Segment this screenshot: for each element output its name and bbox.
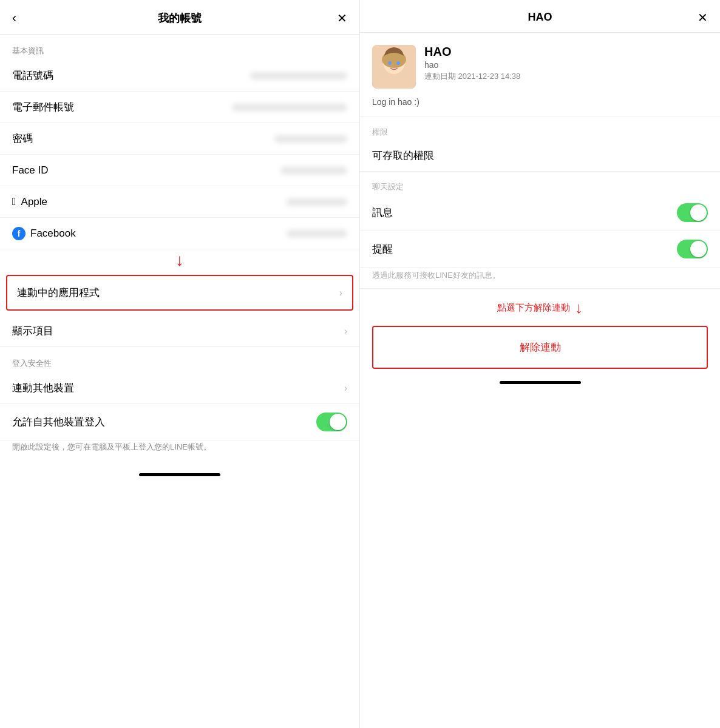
left-panel: ‹ 我的帳號 ✕ 基本資訊 電話號碼 電子郵件帳號 密碼 — [0, 0, 360, 728]
allow-login-toggle-container — [105, 413, 347, 431]
allow-login-label: 允許自其他裝置登入 — [12, 415, 105, 429]
connected-apps-label: 連動中的應用程式 — [17, 286, 100, 300]
left-close-button[interactable]: ✕ — [337, 11, 347, 25]
avatar — [372, 45, 416, 89]
connect-devices-label: 連動其他裝置 — [12, 381, 91, 395]
instruction-text: 點選下方解除連動 — [497, 302, 570, 314]
accessible-permissions-label: 可存取的權限 — [372, 149, 434, 163]
allow-login-sub-text: 開啟此設定後，您可在電腦及平板上登入您的LINE帳號。 — [0, 440, 359, 461]
messages-row: 訊息 — [360, 195, 720, 231]
svg-point-3 — [388, 61, 392, 65]
left-content: 基本資訊 電話號碼 電子郵件帳號 密碼 Face ID — [0, 35, 359, 461]
profile-section: HAO hao 連動日期 2021-12-23 14:38 — [360, 33, 720, 97]
password-row: 密碼 — [0, 123, 359, 155]
apple-icon:  — [12, 195, 16, 208]
disconnect-button[interactable]: 解除連動 — [372, 326, 708, 369]
right-panel: HAO ✕ HAO hao 連動日期 2021-12-23 14:38 Log … — [360, 0, 720, 728]
annotation-arrow-down: ↓ — [0, 251, 359, 270]
password-label: 密碼 — [12, 132, 91, 146]
left-header-title: 我的帳號 — [158, 11, 202, 25]
reminder-label: 提醒 — [372, 242, 393, 256]
allow-login-row: 允許自其他裝置登入 — [0, 404, 359, 440]
instruction-arrow-icon: ↓ — [575, 298, 583, 317]
profile-name: HAO — [424, 45, 708, 59]
right-bottom-bar — [500, 381, 581, 384]
email-value — [91, 104, 347, 111]
connected-apps-row[interactable]: 連動中的應用程式 › — [6, 275, 353, 311]
email-label: 電子郵件帳號 — [12, 100, 91, 114]
phone-value — [91, 72, 347, 79]
display-items-label: 顯示項目 — [12, 324, 91, 338]
apple-row:  Apple — [0, 186, 359, 218]
connect-devices-row[interactable]: 連動其他裝置 › — [0, 372, 359, 404]
messages-toggle[interactable] — [677, 203, 708, 222]
allow-login-toggle[interactable] — [316, 413, 347, 431]
faceid-value — [91, 167, 347, 174]
profile-info: HAO hao 連動日期 2021-12-23 14:38 — [424, 45, 708, 82]
facebook-row: f Facebook — [0, 218, 359, 249]
left-bottom-bar — [139, 473, 220, 476]
profile-bio: Log in hao :) — [360, 97, 720, 117]
basic-info-section-label: 基本資訊 — [0, 35, 359, 60]
faceid-row: Face ID — [0, 155, 359, 186]
connect-devices-chevron: › — [344, 383, 347, 394]
facebook-value — [109, 230, 347, 237]
right-header-title: HAO — [528, 11, 552, 24]
facebook-label: Facebook — [30, 228, 109, 240]
reminder-row: 提醒 — [360, 231, 720, 268]
email-row: 電子郵件帳號 — [0, 92, 359, 123]
accessible-permissions-row: 可存取的權限 — [360, 140, 720, 172]
password-value — [91, 135, 347, 143]
back-button[interactable]: ‹ — [12, 10, 16, 26]
facebook-icon: f — [12, 227, 25, 240]
display-items-row[interactable]: 顯示項目 › — [0, 315, 359, 347]
right-close-button[interactable]: ✕ — [698, 10, 708, 25]
permissions-section-label: 權限 — [360, 117, 720, 140]
svg-point-4 — [396, 61, 400, 65]
display-items-value: › — [91, 326, 347, 337]
reminder-toggle[interactable] — [677, 240, 708, 258]
right-header: HAO ✕ — [360, 0, 720, 33]
login-safety-section-label: 登入安全性 — [0, 347, 359, 372]
apple-label: Apple — [21, 196, 100, 208]
avatar-image — [372, 45, 416, 89]
left-header: ‹ 我的帳號 ✕ — [0, 0, 359, 35]
chat-settings-section-label: 聊天設定 — [360, 172, 720, 195]
messages-label: 訊息 — [372, 206, 393, 220]
faceid-label: Face ID — [12, 164, 91, 177]
connected-apps-chevron: › — [339, 288, 342, 298]
chat-settings-sub-text: 透過此服務可接收LINE好友的訊息。 — [360, 268, 720, 289]
profile-date: 連動日期 2021-12-23 14:38 — [424, 71, 708, 82]
profile-id: hao — [424, 60, 708, 70]
connect-devices-value: › — [91, 383, 347, 394]
apple-value — [100, 198, 347, 206]
disconnect-label: 解除連動 — [520, 340, 561, 354]
phone-row: 電話號碼 — [0, 60, 359, 92]
display-items-chevron: › — [344, 326, 347, 337]
phone-label: 電話號碼 — [12, 69, 91, 83]
